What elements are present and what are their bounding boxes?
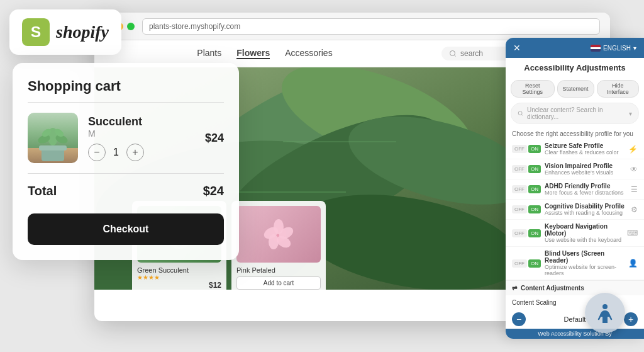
profile-icon-2: ☰ [631, 185, 638, 194]
profile-info-3: Cognitive Disability Profile Assists wit… [545, 203, 627, 216]
cart-total-value: $24 [203, 184, 224, 198]
hide-interface-button[interactable]: Hide Interface [597, 80, 639, 98]
profile-name-2: ADHD Friendly Profile [545, 183, 627, 190]
profile-icon-5: 👤 [628, 259, 638, 268]
store-navigation: Plants Flowers Accessories [113, 48, 416, 59]
dictionary-search[interactable]: Unclear content? Search in dictionary...… [511, 103, 639, 124]
profile-desc-0: Clear flashes & reduces color [545, 149, 625, 156]
profile-row-5[interactable]: OFF ON Blind Users (Screen Reader) Optim… [506, 247, 644, 280]
toggle-on-label-4: ON [528, 229, 541, 237]
search-icon [449, 50, 457, 57]
reset-settings-button[interactable]: Reset Settings [511, 80, 555, 98]
nav-plants[interactable]: Plants [197, 48, 221, 59]
product-price-0: $12 [209, 281, 221, 290]
profile-info-5: Blind Users (Screen Reader) Optimize web… [545, 250, 625, 276]
search-chevron-icon: ▾ [629, 110, 632, 117]
profile-icon-4: ⌨ [627, 229, 638, 237]
toggle-on-label-5: ON [528, 259, 541, 268]
profile-name-5: Blind Users (Screen Reader) [545, 250, 625, 264]
accessibility-panel: ✕ ENGLISH ▾ Accessibility Adjustments Re… [506, 38, 644, 339]
toggle-on-label-3: ON [528, 205, 541, 213]
quantity-control: − 1 + [88, 144, 195, 161]
nav-flowers[interactable]: Flowers [236, 48, 270, 59]
language-selector[interactable]: ENGLISH ▾ [591, 45, 636, 52]
quantity-value: 1 [113, 147, 119, 158]
profile-name-4: Keyboard Navigation (Motor) [545, 223, 623, 237]
sliders-icon: ⇌ [512, 285, 517, 292]
scale-decrease-button[interactable]: − [512, 312, 526, 326]
profile-info-0: Seizure Safe Profile Clear flashes & red… [545, 142, 625, 156]
profile-icon-0: ⚡ [628, 145, 638, 154]
svg-point-32 [602, 304, 608, 309]
profile-desc-2: More focus & fewer distractions [545, 190, 627, 196]
profile-toggle-4[interactable]: OFF ON [512, 229, 541, 237]
accessibility-action-buttons: Reset Settings Statement Hide Interface [506, 77, 644, 100]
product-name-0: Green Succulent [137, 266, 221, 274]
quantity-decrease-button[interactable]: − [88, 144, 106, 161]
profile-desc-3: Assists with reading & focusing [545, 210, 627, 216]
content-adjustments-label: Content Adjustments [521, 285, 584, 292]
profile-desc-5: Optimize website for screen-readers [545, 264, 625, 276]
cart-item: Succulent M − 1 + $24 [28, 113, 224, 163]
search-icon-small [518, 110, 523, 116]
toggle-off-label-4: OFF [512, 229, 527, 237]
profile-row-2[interactable]: OFF ON ADHD Friendly Profile More focus … [506, 179, 644, 200]
cart-total-label: Total [28, 184, 57, 198]
cart-item-variant: M [88, 128, 195, 139]
profile-toggle-5[interactable]: OFF ON [512, 259, 541, 268]
checkout-button[interactable]: Checkout [28, 213, 224, 245]
succulent-svg [28, 113, 78, 163]
cart-total-row: Total $24 [28, 173, 224, 198]
product-name-1: Pink Petaled [236, 266, 321, 274]
product-card-1: Pink Petaled Add to cart [231, 201, 326, 290]
accessibility-float-button[interactable] [585, 293, 625, 333]
search-input[interactable] [460, 49, 511, 58]
toggle-off-label-3: OFF [512, 205, 527, 213]
profile-info-1: Vision Impaired Profile Enhances website… [545, 162, 626, 176]
wa-attribution-bar: Web Accessibility Solution By [506, 329, 644, 339]
profile-row-4[interactable]: OFF ON Keyboard Navigation (Motor) Use w… [506, 220, 644, 247]
flag-icon-small [591, 45, 601, 52]
profiles-section-title: Choose the right accessibility profile f… [506, 127, 644, 139]
profile-toggle-3[interactable]: OFF ON [512, 205, 541, 213]
shopify-brand-text: shopify [56, 22, 109, 42]
profile-toggle-0[interactable]: OFF ON [512, 145, 541, 153]
svg-point-2 [450, 51, 455, 56]
profile-toggle-1[interactable]: OFF ON [512, 165, 541, 173]
cart-item-price: $24 [205, 132, 224, 145]
toggle-off-label-2: OFF [512, 185, 527, 193]
profile-row-3[interactable]: OFF ON Cognitive Disability Profile Assi… [506, 200, 644, 220]
dictionary-search-placeholder: Unclear content? Search in dictionary... [527, 106, 625, 120]
cart-item-image [28, 113, 78, 163]
nav-accessories[interactable]: Accessories [285, 48, 332, 59]
profile-icon-1: 👁 [630, 165, 638, 174]
statement-button[interactable]: Statement [557, 80, 594, 98]
cart-title: Shopping cart [28, 78, 224, 103]
toggle-on-label-1: ON [528, 165, 541, 173]
language-label: ENGLISH [603, 45, 631, 52]
language-chevron-icon: ▾ [633, 45, 636, 52]
address-bar[interactable]: plants-store.myshopify.com [142, 18, 600, 35]
toggle-off-label-5: OFF [512, 259, 527, 268]
cart-item-name: Succulent [88, 115, 195, 128]
shopping-cart-panel: Shopping cart Succulent M − 1 + [13, 63, 239, 260]
profile-name-0: Seizure Safe Profile [545, 142, 625, 149]
profile-name-1: Vision Impaired Profile [545, 162, 626, 169]
scale-increase-button[interactable]: + [624, 312, 638, 326]
shopify-logo-card: S shopify [9, 9, 121, 55]
close-panel-icon[interactable]: ✕ [513, 43, 521, 53]
profile-desc-4: Use website with the keyboard [545, 237, 623, 243]
profile-icon-3: ⚙ [631, 205, 638, 214]
profile-toggle-2[interactable]: OFF ON [512, 185, 541, 193]
quantity-increase-button[interactable]: + [126, 144, 144, 161]
accessibility-panel-title: Accessibility Adjustments [506, 58, 644, 77]
maximize-window-dot[interactable] [127, 23, 135, 30]
content-adjustments-section: ⇌ Content Adjustments [506, 280, 644, 295]
shopify-icon: S [22, 18, 50, 46]
svg-text:S: S [31, 23, 41, 40]
profile-row-1[interactable]: OFF ON Vision Impaired Profile Enhances … [506, 159, 644, 179]
accessibility-header: ✕ ENGLISH ▾ [506, 38, 644, 58]
profile-row-0[interactable]: OFF ON Seizure Safe Profile Clear flashe… [506, 139, 644, 159]
toggle-off-label-1: OFF [512, 165, 527, 173]
add-to-cart-btn-1[interactable]: Add to cart [236, 276, 321, 290]
